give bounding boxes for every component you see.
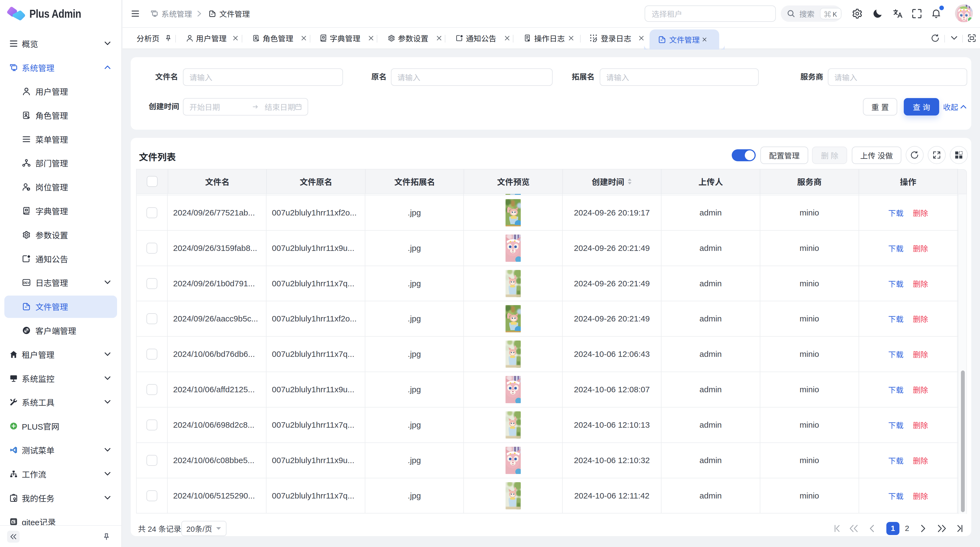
svg-text:DEV: DEV	[24, 281, 30, 284]
